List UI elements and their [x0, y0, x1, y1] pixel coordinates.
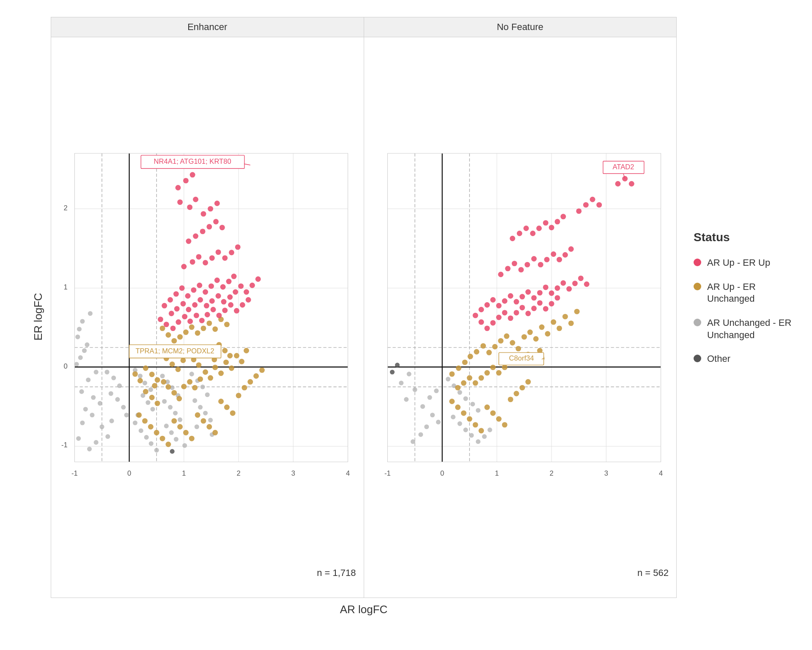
svg-point-370 [537, 300, 542, 306]
svg-point-356 [566, 286, 572, 292]
svg-point-390 [536, 226, 542, 231]
svg-point-191 [194, 313, 199, 318]
svg-point-341 [478, 307, 484, 312]
svg-point-299 [516, 346, 521, 351]
svg-point-82 [132, 371, 138, 377]
svg-point-31 [110, 419, 114, 423]
svg-point-277 [470, 402, 475, 406]
svg-point-124 [148, 424, 154, 430]
legend-label-ar-up-er-up: AR Up - ER Up [707, 257, 770, 269]
svg-point-340 [472, 313, 478, 318]
enhancer-scatter: NR4A1; ATG101; KRT80 TPRA1; MCM2; PODXL2 [51, 37, 364, 598]
svg-point-272 [410, 439, 415, 444]
svg-point-168 [231, 274, 237, 279]
svg-point-102 [143, 389, 148, 394]
svg-point-60 [169, 430, 174, 435]
svg-point-380 [538, 262, 543, 267]
svg-point-39 [138, 374, 143, 378]
svg-point-214 [213, 219, 219, 224]
svg-point-273 [445, 377, 450, 381]
legend-item-ar-unchanged-er-unchanged: AR Unchanged - ERUnchanged [694, 317, 804, 341]
svg-point-138 [230, 410, 236, 416]
svg-point-172 [186, 307, 191, 312]
svg-point-375 [505, 266, 510, 271]
svg-text:1: 1 [64, 283, 68, 291]
svg-point-307 [562, 314, 568, 319]
svg-text:3: 3 [291, 469, 295, 477]
svg-point-170 [174, 306, 180, 311]
svg-point-388 [523, 226, 529, 231]
svg-point-78 [77, 327, 82, 331]
svg-point-392 [549, 225, 554, 230]
svg-point-334 [496, 416, 502, 422]
svg-point-80 [88, 311, 93, 316]
svg-point-353 [549, 290, 554, 296]
svg-point-158 [173, 291, 179, 297]
svg-point-201 [181, 264, 187, 270]
svg-point-174 [198, 297, 203, 303]
svg-text:4: 4 [658, 469, 662, 477]
svg-point-74 [78, 355, 83, 360]
svg-point-137 [224, 405, 230, 410]
svg-point-100 [222, 348, 228, 353]
svg-point-397 [590, 197, 595, 202]
svg-text:2: 2 [236, 469, 240, 477]
svg-point-48 [144, 435, 149, 440]
svg-point-131 [189, 436, 195, 441]
svg-point-354 [554, 285, 560, 291]
svg-point-329 [466, 416, 472, 422]
svg-point-280 [457, 421, 462, 426]
svg-point-219 [187, 204, 192, 210]
svg-point-302 [533, 336, 538, 342]
svg-point-276 [463, 396, 468, 401]
svg-point-17 [94, 370, 99, 375]
svg-point-186 [164, 322, 169, 327]
svg-point-91 [176, 366, 181, 372]
svg-point-114 [208, 375, 213, 381]
svg-point-343 [490, 297, 496, 303]
svg-point-203 [196, 254, 201, 259]
svg-point-358 [578, 275, 583, 281]
svg-point-171 [181, 301, 186, 306]
svg-point-28 [115, 397, 120, 402]
legend-label-ar-unchanged-er-unchanged: AR Unchanged - ERUnchanged [707, 317, 791, 341]
svg-point-159 [179, 285, 185, 291]
svg-point-153 [212, 326, 218, 332]
svg-text:ATAD2: ATAD2 [612, 163, 634, 171]
svg-point-279 [450, 415, 455, 419]
svg-point-301 [527, 330, 532, 335]
svg-point-85 [149, 372, 155, 377]
svg-point-87 [152, 383, 157, 388]
svg-point-76 [85, 342, 89, 347]
svg-point-212 [200, 229, 206, 234]
svg-point-141 [247, 379, 253, 385]
svg-point-55 [162, 399, 167, 404]
svg-point-336 [508, 397, 513, 402]
svg-point-300 [521, 334, 527, 340]
svg-point-224 [190, 172, 195, 178]
svg-point-110 [187, 379, 192, 385]
svg-point-118 [229, 366, 234, 371]
svg-point-263 [412, 387, 417, 392]
svg-point-366 [513, 310, 519, 315]
svg-point-317 [496, 370, 502, 376]
svg-point-384 [562, 252, 568, 258]
svg-point-206 [216, 249, 221, 255]
svg-point-189 [182, 314, 187, 319]
svg-point-213 [206, 224, 212, 229]
svg-point-90 [170, 361, 175, 367]
svg-point-349 [525, 289, 531, 295]
svg-point-360 [478, 319, 484, 325]
svg-point-348 [519, 294, 525, 300]
svg-point-183 [250, 283, 255, 288]
svg-point-95 [196, 362, 201, 368]
svg-point-194 [211, 307, 216, 312]
svg-point-180 [233, 289, 238, 295]
svg-point-190 [187, 319, 193, 324]
svg-point-58 [178, 417, 182, 422]
svg-point-69 [203, 411, 208, 416]
svg-point-293 [480, 343, 486, 349]
svg-point-56 [168, 405, 173, 410]
svg-point-283 [476, 439, 480, 444]
svg-point-217 [208, 206, 213, 212]
